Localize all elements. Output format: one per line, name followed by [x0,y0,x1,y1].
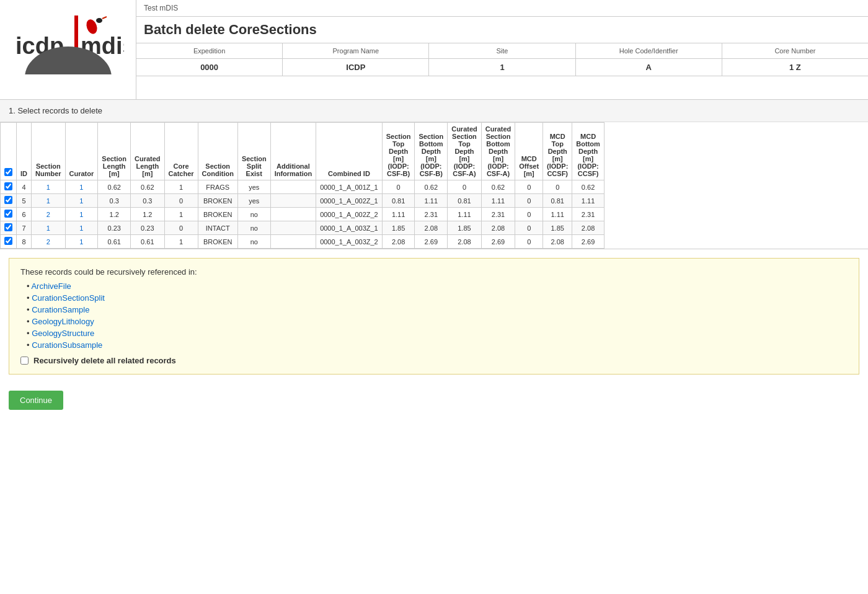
warning-reference-link[interactable]: ArchiveFile [31,281,71,291]
table-cell: 0 [382,180,415,194]
table-cell: 1 [65,208,98,221]
table-cell: 1.85 [448,221,482,235]
table-cell: 1.11 [448,208,482,221]
table-cell[interactable] [1,235,17,249]
site-label: Site [429,43,575,59]
warning-list: ArchiveFileCurationSectionSplitCurationS… [27,281,848,350]
table-row: 8210.610.611BROKENno0000_1_A_003Z_22.082… [1,235,604,249]
table-cell: 2.69 [415,235,448,249]
row-checkbox-3[interactable] [4,223,12,231]
table-cell: 0.23 [98,221,131,235]
table-body: 4110.620.621FRAGSyes0000_1_A_001Z_100.62… [1,180,604,249]
core-col: Core Number 1 Z [722,43,868,76]
col-header-mcd-offset: MCDOffset[m] [515,123,543,180]
continue-button[interactable]: Continue [9,391,63,410]
recursive-delete-label[interactable]: Recursively delete all related records [33,356,176,365]
svg-point-3 [96,18,102,23]
cell-link[interactable]: 2 [46,238,50,246]
table-container[interactable]: ID SectionNumber Curator SectionLength[m… [0,122,868,249]
col-header-sec-bottom: SectionBottomDepth[m](IODP:CSF-B) [415,123,448,180]
table-cell: 2.08 [572,221,604,235]
title-area: Test mDIS Batch delete CoreSections Expe… [136,0,868,99]
recursive-delete-checkbox[interactable] [20,357,29,365]
table-cell: no [237,208,270,221]
table-cell: 4 [17,180,32,194]
col-header-mcd-top: MCDTopDepth[m](IODP:CCSF) [543,123,572,180]
table-cell[interactable] [1,194,17,208]
table-cell: BROKEN [198,194,237,208]
table-cell: 0.62 [131,180,165,194]
cell-link[interactable]: 1 [46,184,50,191]
table-cell[interactable] [1,208,17,221]
table-cell: 0000_1_A_003Z_2 [316,235,383,249]
row-checkbox-0[interactable] [4,182,12,190]
table-cell: 1.2 [131,208,165,221]
svg-line-4 [102,17,107,19]
warning-list-item: CurationSubsample [27,340,848,350]
expedition-label: Expedition [136,43,282,59]
col-header-curated-length: CuratedLength[m] [131,123,165,180]
warning-reference-link[interactable]: GeologyStructure [32,329,94,338]
cell-link[interactable]: 1 [46,224,50,232]
cell-link[interactable]: 1 [79,184,83,191]
table-cell: 1.11 [481,194,515,208]
table-cell: 1 [65,221,98,235]
table-cell [270,221,316,235]
table-cell: 2.31 [415,208,448,221]
table-cell: 5 [17,194,32,208]
table-cell: 1.11 [572,194,604,208]
cell-link[interactable]: 1 [79,224,83,232]
table-cell: 2.08 [481,221,515,235]
table-cell: 0 [164,221,198,235]
row-checkbox-2[interactable] [4,210,12,218]
select-all-checkbox[interactable] [4,168,12,176]
col-header-core-catcher: CoreCatcher [164,123,198,180]
col-header-section-number: SectionNumber [32,123,66,180]
table-cell: INTACT [198,221,237,235]
cell-link[interactable]: 1 [46,197,50,205]
cell-link[interactable]: 1 [79,211,83,218]
footer: Continue [0,383,868,417]
table-cell[interactable] [1,221,17,235]
table-cell [270,180,316,194]
table-cell: 1 [65,235,98,249]
table-cell: 0000_1_A_003Z_1 [316,221,383,235]
site-col: Site 1 [429,43,575,76]
warning-reference-link[interactable]: GeologyLithology [32,317,94,326]
table-cell: FRAGS [198,180,237,194]
warning-reference-link[interactable]: CurationSubsample [32,340,102,350]
app-name: Test mDIS [136,0,868,17]
table-cell: yes [237,194,270,208]
table-cell: 0 [515,194,543,208]
table-row: 4110.620.621FRAGSyes0000_1_A_001Z_100.62… [1,180,604,194]
table-cell: 0.23 [131,221,165,235]
table-cell: 1 [32,221,66,235]
table-cell: 2.31 [481,208,515,221]
table-cell: 1 [65,194,98,208]
cell-link[interactable]: 2 [46,211,50,218]
table-cell: 2.08 [543,235,572,249]
row-checkbox-4[interactable] [4,237,12,245]
program-col: Program Name ICDP [283,43,429,76]
col-header-cur-bottom: CuratedSectionBottomDepth[m](IODP:CSF-A) [481,123,515,180]
table-cell: no [237,235,270,249]
table-cell: 1 [32,180,66,194]
header: icdp mdis Test mDIS Batch delete CoreSec… [0,0,868,100]
instructions: 1. Select records to delete [0,100,868,122]
row-checkbox-1[interactable] [4,196,12,204]
warning-list-item: CurationSectionSplit [27,293,848,303]
recursive-row: Recursively delete all related records [20,356,848,365]
cell-link[interactable]: 1 [79,238,83,246]
site-value: 1 [429,59,575,76]
table-cell: 1.2 [98,208,131,221]
col-header-mcd-bottom: MCDBottomDepth[m](IODP:CCSF) [572,123,604,180]
warning-list-item: GeologyLithology [27,317,848,326]
table-cell: 2.08 [448,235,482,249]
program-label: Program Name [283,43,428,59]
cell-link[interactable]: 1 [79,197,83,205]
warning-reference-link[interactable]: CurationSample [32,305,89,314]
logo-area: icdp mdis [0,0,136,99]
table-cell: 2.08 [382,235,415,249]
table-cell[interactable] [1,180,17,194]
warning-reference-link[interactable]: CurationSectionSplit [32,293,105,303]
